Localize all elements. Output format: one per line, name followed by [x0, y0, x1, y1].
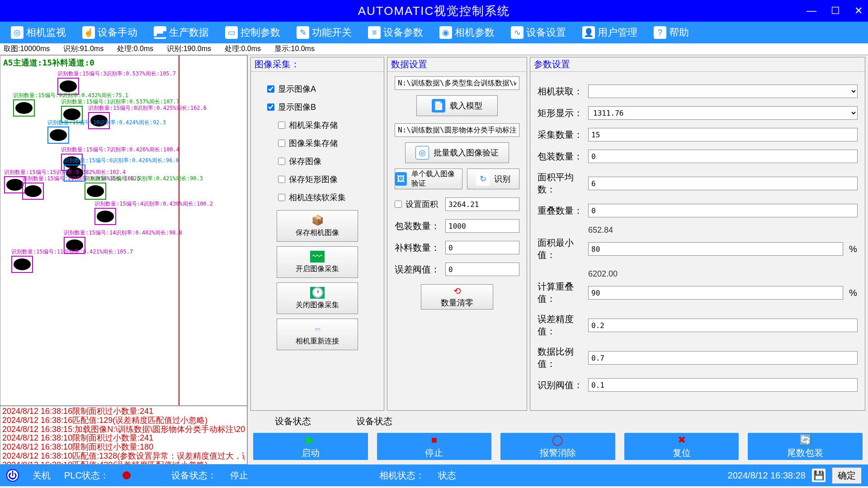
image-store-check[interactable]: 图像采集存储 — [278, 138, 377, 149]
feed-qty-input[interactable] — [445, 241, 519, 254]
show-image-a-check[interactable]: 显示图像A — [267, 84, 377, 94]
confirm-button[interactable]: 确定 — [832, 467, 862, 484]
err-thresh-input[interactable] — [445, 263, 519, 276]
camera-params-tab[interactable]: ◉相机参数 — [433, 26, 501, 39]
panel-title: 参数设置 — [530, 57, 865, 72]
help-tab[interactable]: ?帮助 — [647, 26, 695, 39]
device-settings-tab[interactable]: ∿设备设置 — [505, 26, 572, 39]
user-mgmt-tab[interactable]: 👤用户管理 — [576, 26, 644, 39]
window-icon: ▭ — [225, 26, 238, 39]
detect-thresh-input[interactable] — [588, 378, 858, 392]
calc-overlap-input[interactable] — [588, 286, 843, 300]
area-avg-input[interactable] — [588, 177, 858, 190]
control-params-tab[interactable]: ▭控制参数 — [219, 26, 287, 39]
detect-time-1: 识别:91.0ms — [63, 44, 104, 54]
pack-qty-input[interactable] — [588, 150, 858, 163]
wave-icon: ∿ — [511, 26, 524, 39]
batch-verify-button[interactable]: ◎批量载入图像验证 — [405, 142, 509, 163]
production-data-tab[interactable]: ▁▃▅生产数据 — [147, 26, 215, 39]
device-status-1: 设备状态 — [275, 415, 311, 427]
load-model-button[interactable]: 📄载入模型 — [416, 95, 498, 116]
start-button[interactable]: ▶启动 — [253, 433, 368, 460]
process-time-2: 处理:0.0ms — [225, 44, 261, 54]
area-min-input[interactable] — [588, 242, 843, 256]
err-prec-input[interactable] — [588, 319, 858, 332]
model-path-input[interactable] — [395, 76, 519, 90]
app-title: AUTOMATIC视觉控制系统 — [358, 3, 510, 19]
reset-button[interactable]: ✖复位 — [624, 433, 739, 460]
user-icon: 👤 — [582, 26, 595, 39]
shutdown-label[interactable]: 关机 — [33, 469, 51, 482]
stop-grab-button[interactable]: 🕐关闭图像采集 — [277, 282, 358, 314]
image-path-input[interactable] — [395, 123, 519, 137]
grab-qty-label: 采集数量： — [538, 129, 583, 141]
reset-icon: ⟲ — [453, 286, 461, 296]
detection-box: 识别数量:15编号:4识别率:0.430%周长:100.2 — [94, 200, 213, 225]
process-time-1: 处理:0.0ms — [117, 44, 153, 54]
sync-icon: 🔄 — [799, 434, 811, 446]
device-manual-tab[interactable]: ☝设备手动 — [76, 26, 144, 39]
grab-qty-input[interactable] — [588, 128, 858, 141]
target-icon: ◎ — [415, 146, 429, 160]
overlap-input[interactable] — [588, 204, 858, 217]
cross-icon: ✖ — [678, 434, 686, 446]
aperture-icon: ◉ — [439, 26, 452, 39]
data-ratio-input[interactable] — [588, 351, 858, 365]
show-image-b-check[interactable]: 显示图像B — [267, 102, 377, 113]
image-grab-panel: 图像采集： 显示图像A 显示图像B 相机采集存储 图像采集存储 保存图像 保存矩… — [250, 57, 384, 411]
pack-qty-input[interactable] — [445, 219, 519, 233]
data-ratio-label: 数据比例值： — [538, 346, 583, 370]
tail-pack-button[interactable]: 🔄尾数包装 — [748, 433, 863, 460]
param-settings-panel: 参数设置 相机获取： 矩形显示：1311.76 采集数量： 包装数量： 面积平均… — [530, 57, 865, 411]
stop-icon: ■ — [431, 434, 437, 446]
camera-monitor-tab[interactable]: ◎相机监视 — [5, 26, 72, 39]
single-verify-button[interactable]: 🖼单个载入图像验证 — [395, 169, 462, 189]
log-line: 2024/8/12 16:38:16匹配值:129(误差精度匹配值过小忽略) — [2, 416, 245, 425]
detection-box: 识别数量:15编号:12识别率:0.421%周长:90.3 — [85, 175, 203, 200]
play-icon: ▶ — [307, 434, 314, 446]
plc-status-label: PLC状态： — [64, 469, 109, 482]
camera-icon: ◎ — [11, 26, 24, 39]
monitor-icon: 〰 — [310, 251, 325, 263]
status-labels: 设备状态 设备状态 — [248, 413, 868, 430]
toolbar: ◎相机监视 ☝设备手动 ▁▃▅生产数据 ▭控制参数 ✎功能开关 ≡设备参数 ◉相… — [0, 22, 868, 43]
err-thresh-label: 误差阀值： — [395, 263, 440, 276]
grab-time: 取图:10000ms — [4, 44, 50, 54]
function-switch-tab[interactable]: ✎功能开关 — [290, 26, 358, 39]
camera-get-select[interactable] — [588, 84, 858, 98]
hand-icon: ☝ — [82, 26, 95, 39]
save-icon[interactable]: 💾 — [812, 469, 826, 482]
log-line: 2024/8/12 16:38:15:加载图像N:\训练数据\圆形物体分类手动标… — [2, 425, 245, 434]
power-icon[interactable]: ⏻ — [6, 469, 19, 482]
reconnect-button[interactable]: ⎓相机重新连接 — [277, 319, 358, 350]
device-params-tab[interactable]: ≡设备参数 — [362, 26, 429, 39]
camera-continuous-check[interactable]: 相机连续软采集 — [278, 192, 377, 203]
detection-box: 识别数量:15编号:10识别率:0.424%周长:92.3 — [47, 119, 166, 144]
rect-disp-label: 矩形显示： — [538, 107, 583, 119]
help-icon: ? — [654, 26, 666, 39]
chart-icon: ▁▃▅ — [154, 26, 166, 39]
set-area-check[interactable]: 设置面积 — [395, 199, 440, 210]
save-camera-image-button[interactable]: 📦保存相机图像 — [277, 210, 358, 242]
start-grab-button[interactable]: 〰开启图像采集 — [277, 246, 358, 278]
set-area-input[interactable] — [445, 197, 519, 211]
plc-status-dot — [123, 471, 131, 479]
err-prec-label: 误差精度值： — [538, 313, 583, 338]
camera-store-check[interactable]: 相机采集存储 — [278, 120, 377, 131]
save-rect-check[interactable]: 保存矩形图像 — [278, 174, 377, 185]
rect-disp-select[interactable]: 1311.76 — [588, 106, 858, 120]
log-panel[interactable]: 2024/8/12 16:38:16限制面积过小数量:2412024/8/12 … — [0, 406, 247, 465]
close-icon[interactable]: ✕ — [854, 5, 863, 17]
alarm-icon: ◯ — [552, 434, 563, 446]
alarm-clear-button[interactable]: ◯报警消除 — [500, 433, 615, 460]
clock-icon: 🕐 — [310, 287, 325, 299]
save-image-check[interactable]: 保存图像 — [278, 156, 377, 167]
calc-overlap-hint: 6202.00 — [538, 269, 858, 279]
list-icon: ≡ — [368, 26, 381, 39]
detect-button[interactable]: ↻识别 — [467, 169, 519, 189]
pack-qty-label: 包装数量： — [538, 150, 583, 163]
maximize-icon[interactable]: ☐ — [831, 5, 841, 17]
stop-button[interactable]: ■停止 — [377, 433, 492, 460]
minimize-icon[interactable]: — — [807, 5, 817, 17]
clear-count-button[interactable]: ⟲数量清零 — [421, 284, 493, 310]
